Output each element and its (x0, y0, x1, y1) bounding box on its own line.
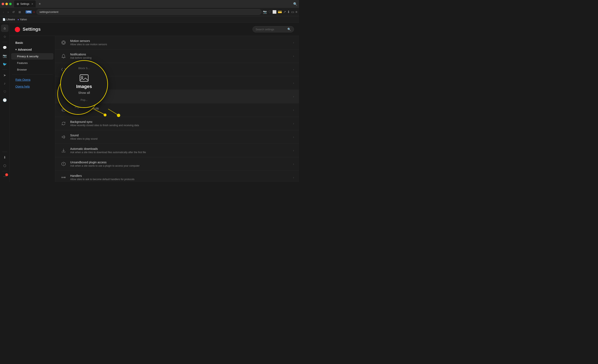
popups-subtitle: Blocked (70, 110, 290, 113)
settings-item-unsandboxed-plugin[interactable]: Unsandboxed plugin access Ask when a sit… (55, 157, 299, 171)
javascript-text: JavaScript Allowed (70, 66, 290, 73)
sidebar-icons: ⌂ ☆ 💬 📷 🐦 ➤ ♪ ♡ 🕐 ⬇ ⬡ ··· ! (0, 23, 9, 182)
nav-basic[interactable]: Basic (11, 40, 53, 46)
new-tab-button[interactable]: + (37, 2, 42, 6)
nav-features[interactable]: Features (11, 60, 53, 66)
nav-browser-label: Browser (17, 68, 27, 71)
javascript-subtitle: Allowed (70, 70, 290, 73)
address-bar[interactable]: settings/content (36, 9, 262, 15)
motion-sensors-icon (60, 39, 67, 46)
unsandboxed-plugin-text: Unsandboxed plugin access Ask when a sit… (70, 161, 290, 167)
settings-page-title: Settings (23, 27, 250, 32)
sidebar-divider-4 (2, 171, 7, 171)
tab-bar-search-icon[interactable]: 🔍 (293, 2, 297, 6)
nav-opera-help[interactable]: Opera help (11, 83, 53, 90)
close-button[interactable] (2, 3, 4, 5)
settings-item-background-sync[interactable]: Background sync Allow recently closed si… (55, 117, 299, 130)
camera-icon[interactable]: 📷 (263, 10, 267, 14)
back-button[interactable]: ‹ (2, 9, 5, 15)
active-tab[interactable]: ⚙ Settings ✕ (14, 0, 36, 8)
handlers-subtitle: Allow sites to ask to become default han… (70, 178, 290, 181)
nav-sidebar: Basic ▾ Advanced Privacy & security Feat… (9, 36, 55, 182)
motion-sensors-text: Motion sensors Allow sites to use motion… (70, 39, 290, 46)
flash-icon (60, 80, 67, 86)
nav-advanced[interactable]: ▾ Advanced (11, 46, 53, 53)
flash-arrow: › (293, 81, 294, 85)
sidebar-bookmarks-icon[interactable]: ☆ (1, 33, 8, 40)
sidebar-send-icon[interactable]: ➤ (1, 71, 8, 79)
sidebar-clock-icon[interactable]: 🕐 (1, 96, 8, 104)
nav-advanced-label: Advanced (18, 48, 32, 51)
sound-title: Sound (70, 134, 290, 137)
nav-browser[interactable]: Browser (11, 66, 53, 73)
lifewire-label: Lifewire (7, 18, 15, 21)
forward-button[interactable]: › (7, 9, 10, 15)
svg-rect-9 (62, 95, 66, 98)
nav-rate-opera-link[interactable]: Rate Opera (15, 78, 30, 81)
background-sync-title: Background sync (70, 120, 290, 123)
sidebar-more-icon[interactable]: ··· ! (1, 173, 8, 180)
nav-opera-help-link[interactable]: Opera help (15, 85, 30, 88)
nav-privacy-security[interactable]: Privacy & security (11, 53, 53, 60)
settings-search-box[interactable]: 🔍 (252, 26, 294, 32)
sidebar-messenger-icon[interactable]: 💬 (1, 44, 8, 51)
bookmark-yahoo[interactable]: ● Yahoo (17, 18, 27, 21)
notifications-text: Notifications Ask before sending (70, 53, 290, 59)
images-title: Images (70, 93, 290, 97)
settings-item-auto-downloads[interactable]: Automatic downloads Ask when a site trie… (55, 144, 299, 157)
images-arrow: › (293, 95, 294, 98)
settings-item-images[interactable]: Images Show all › (55, 90, 299, 103)
menu-icon[interactable]: ≡ (295, 10, 297, 14)
opera-logo-icon: ○ (33, 10, 35, 14)
reload-button[interactable]: ↺ (11, 9, 16, 15)
sidebar-heart-icon[interactable]: ♡ (1, 88, 8, 96)
settings-item-flash[interactable]: Flash Block sites from running Flash › (55, 76, 299, 90)
sidebar-download-icon[interactable]: ⬇ (1, 154, 8, 161)
tab-grid-button[interactable]: ⊞ (17, 9, 22, 15)
vpn-badge[interactable]: VPN (25, 10, 32, 14)
browser-frame: ⚙ Settings ✕ + 🔍 ‹ › ↺ ⊞ | VPN ○ setting… (0, 0, 299, 182)
sidebar-home-icon[interactable]: ⌂ (1, 24, 8, 32)
sidebar-twitter-icon[interactable]: 🐦 (1, 60, 8, 68)
sidebar-divider-2 (2, 70, 7, 70)
settings-item-notifications[interactable]: Notifications Ask before sending › (55, 49, 299, 63)
nav-rate-opera[interactable]: Rate Opera (11, 76, 53, 83)
yahoo-label: Yahoo (20, 18, 27, 21)
tab-title: Settings (20, 2, 29, 5)
settings-item-motion-sensors[interactable]: Motion sensors Allow sites to use motion… (55, 36, 299, 49)
settings-item-javascript[interactable]: JavaScript Allowed › (55, 63, 299, 76)
settings-item-sound[interactable]: Sound Allow sites to play sound › (55, 130, 299, 144)
svg-rect-12 (63, 110, 65, 111)
nav-privacy-security-label: Privacy & security (17, 55, 38, 58)
handlers-text: Handlers Allow sites to ask to become de… (70, 174, 290, 181)
svg-point-17 (62, 177, 63, 178)
handlers-arrow: › (293, 176, 294, 179)
settings-search-input[interactable] (256, 28, 286, 31)
notifications-icon (60, 53, 67, 59)
settings-opera-logo: ⬤ (15, 26, 20, 32)
share-icon[interactable]: ↗ (283, 10, 286, 14)
popups-text: Pop-ups and redirects Blocked (70, 107, 290, 113)
minimize-button[interactable] (5, 3, 8, 5)
auto-downloads-title: Automatic downloads (70, 147, 290, 150)
sidebar-music-icon[interactable]: ♪ (1, 80, 8, 87)
wallet-icon[interactable]: 💳 (278, 10, 282, 14)
tab-close-button[interactable]: ✕ (31, 3, 33, 5)
sound-arrow: › (293, 135, 294, 139)
settings-item-popups[interactable]: Pop-ups and redirects Blocked › (55, 103, 299, 117)
download-icon[interactable]: ⬇ (287, 10, 290, 14)
motion-sensors-arrow: › (293, 41, 294, 44)
nav-basic-label: Basic (15, 41, 23, 44)
sidebar-extensions-icon[interactable]: ⬡ (1, 162, 8, 169)
heart-icon[interactable]: ♡ (268, 10, 271, 14)
bookmark-lifewire[interactable]: 📄 Lifewire (2, 18, 15, 21)
maximize-button[interactable] (9, 3, 12, 5)
extensions-icon[interactable]: ⬜ (272, 10, 277, 14)
battery-icon[interactable]: ▭ (291, 10, 294, 14)
svg-point-3 (63, 41, 65, 44)
settings-item-handlers[interactable]: Handlers Allow sites to ask to become de… (55, 171, 299, 182)
sidebar-badge: ! (5, 173, 8, 176)
sidebar-instagram-icon[interactable]: 📷 (1, 52, 8, 60)
address-text: settings/content (40, 10, 58, 14)
flash-text: Flash Block sites from running Flash (70, 80, 290, 86)
